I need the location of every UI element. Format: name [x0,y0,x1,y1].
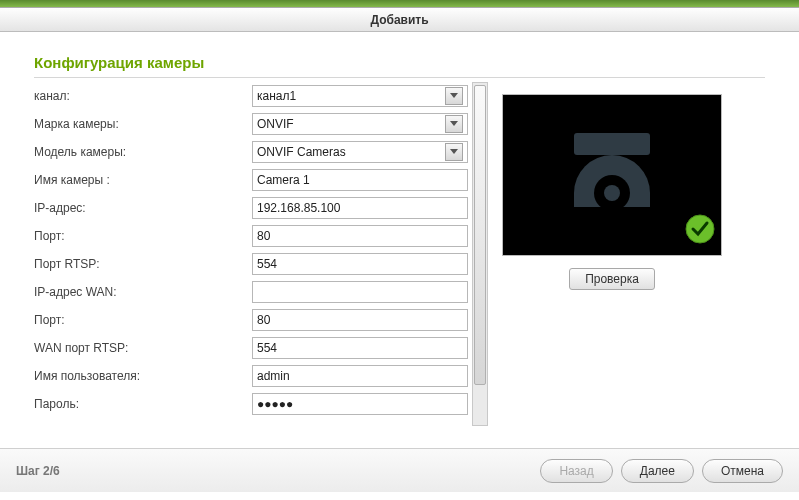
cancel-button[interactable]: Отмена [702,459,783,483]
row-ip: IP-адрес: [34,194,472,222]
label-brand: Марка камеры: [34,117,252,131]
svg-point-2 [604,185,620,201]
checkbox-record[interactable] [34,426,47,427]
row-channel: канал: канал1 [34,82,472,110]
label-ip: IP-адрес: [34,201,252,215]
input-wan-port[interactable] [252,309,468,331]
chevron-down-icon [445,143,463,161]
label-wan-port: Порт: [34,313,252,327]
select-brand[interactable]: ONVIF [252,113,468,135]
row-pass: Пароль: [34,390,472,418]
select-brand-value: ONVIF [257,117,294,131]
input-wan-rtsp[interactable] [252,337,468,359]
chevron-down-icon [445,87,463,105]
wizard-footer: Шаг 2/6 Назад Далее Отмена [0,448,799,492]
input-name[interactable] [252,169,468,191]
row-port: Порт: [34,222,472,250]
step-indicator: Шаг 2/6 [16,464,60,478]
label-pass: Пароль: [34,397,252,411]
select-channel[interactable]: канал1 [252,85,468,107]
section-title: Конфигурация камеры [34,54,765,71]
row-wan-rtsp: WAN порт RTSP: [34,334,472,362]
label-wan-rtsp: WAN порт RTSP: [34,341,252,355]
row-user: Имя пользователя: [34,362,472,390]
select-model-value: ONVIF Cameras [257,145,346,159]
scrollbar-thumb[interactable] [474,85,486,385]
svg-point-3 [686,215,714,243]
label-record: Включить запись на этой камере [53,425,236,426]
back-button[interactable]: Назад [540,459,612,483]
chevron-down-icon [445,115,463,133]
row-rtsp: Порт RTSP: [34,250,472,278]
input-user[interactable] [252,365,468,387]
label-channel: канал: [34,89,252,103]
label-user: Имя пользователя: [34,369,252,383]
window-title: Добавить [370,13,428,27]
input-ip[interactable] [252,197,468,219]
row-wan-ip: IP-адрес WAN: [34,278,472,306]
select-model[interactable]: ONVIF Cameras [252,141,468,163]
row-wan-port: Порт: [34,306,472,334]
row-record: Включить запись на этой камере [34,418,472,426]
form-scroll-viewport[interactable]: канал: канал1 Марка камеры: [34,82,472,426]
camera-icon [552,115,672,235]
input-pass[interactable] [252,393,468,415]
input-rtsp[interactable] [252,253,468,275]
scrollbar[interactable] [472,82,488,426]
divider [34,77,765,78]
input-wan-ip[interactable] [252,281,468,303]
svg-rect-0 [574,133,650,155]
label-model: Модель камеры: [34,145,252,159]
verify-button[interactable]: Проверка [569,268,655,290]
window-titlebar: Добавить [0,8,799,32]
row-model: Модель камеры: ONVIF Cameras [34,138,472,166]
label-wan-ip: IP-адрес WAN: [34,285,252,299]
label-rtsp: Порт RTSP: [34,257,252,271]
row-name: Имя камеры : [34,166,472,194]
input-port[interactable] [252,225,468,247]
next-button[interactable]: Далее [621,459,694,483]
camera-preview [502,94,722,256]
select-channel-value: канал1 [257,89,296,103]
status-ok-icon [685,214,715,247]
label-name: Имя камеры : [34,173,252,187]
row-brand: Марка камеры: ONVIF [34,110,472,138]
label-port: Порт: [34,229,252,243]
window-chrome-top [0,0,799,8]
